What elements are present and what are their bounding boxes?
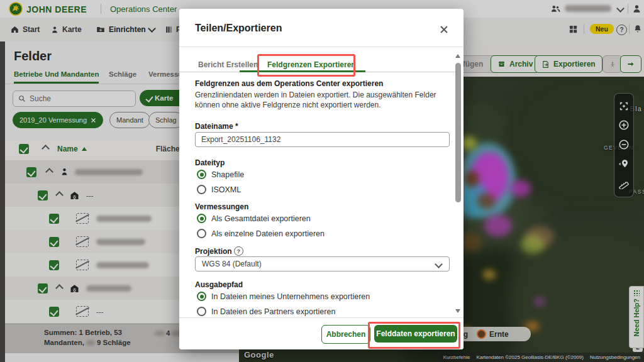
projektion-help-icon[interactable]: ? — [234, 246, 243, 256]
section-description-line1: Grenzliniendaten werden in Dateien expor… — [195, 90, 436, 100]
vermessungen-label: Vermessungen — [195, 202, 248, 211]
projektion-label: Projektion — [195, 247, 232, 256]
divider — [179, 47, 464, 47]
close-icon[interactable] — [440, 25, 448, 34]
radio-icon — [197, 229, 206, 238]
radio-selected-icon — [197, 292, 206, 301]
tab-bericht-erstellen[interactable]: Bericht Erstellen — [198, 60, 258, 69]
dateiname-input[interactable] — [195, 132, 450, 147]
scrollbar-thumb[interactable] — [455, 63, 461, 202]
dialog-footer: Abbrechen Felddaten exportieren — [179, 317, 464, 349]
dateiname-label: Dateiname * — [195, 122, 238, 131]
projektion-label-row: Projektion ? — [195, 246, 243, 256]
radio-option-gesamtdatei[interactable]: Als Gesamtdatei exportieren — [197, 214, 311, 223]
radio-icon — [197, 307, 206, 316]
radio-option-partner[interactable]: In Dateien des Partners exportieren — [197, 307, 335, 316]
section-description-line2: können ohne aktive Feldgrenze nicht expo… — [195, 100, 381, 110]
section-title: Feldgrenzen aus dem Operations Center ex… — [195, 79, 383, 88]
scrollbar-down[interactable] — [455, 309, 460, 313]
screen: JOHN DEERE Operations Center Start Karte… — [0, 0, 644, 362]
annotation-highlight-tab — [257, 54, 355, 77]
cancel-button[interactable]: Abbrechen — [321, 325, 370, 344]
radio-selected-icon — [197, 214, 206, 223]
teilen-exportieren-dialog: Teilen/Exportieren Bericht Erstellen Fel… — [179, 9, 464, 349]
radio-option-isoxml[interactable]: ISOXML — [197, 185, 241, 194]
radio-option-unternehmen[interactable]: In Dateien meines Unternehmens exportier… — [197, 292, 370, 301]
radio-option-einzelne-dateien[interactable]: Als einzelne Dateien exportieren — [197, 229, 325, 238]
radio-icon — [197, 185, 206, 194]
radio-option-shapefile[interactable]: Shapefile — [197, 170, 244, 179]
radio-selected-icon — [197, 170, 206, 179]
projektion-select[interactable]: WGS 84 (Default) — [195, 256, 450, 272]
chevron-down-icon — [435, 260, 443, 268]
scrollbar-up[interactable] — [455, 54, 460, 58]
annotation-highlight-submit — [368, 322, 460, 349]
dialog-title: Teilen/Exportieren — [195, 23, 282, 34]
dateityp-label: Dateityp — [195, 158, 225, 167]
ausgabepfad-label: Ausgabepfad — [195, 280, 243, 289]
